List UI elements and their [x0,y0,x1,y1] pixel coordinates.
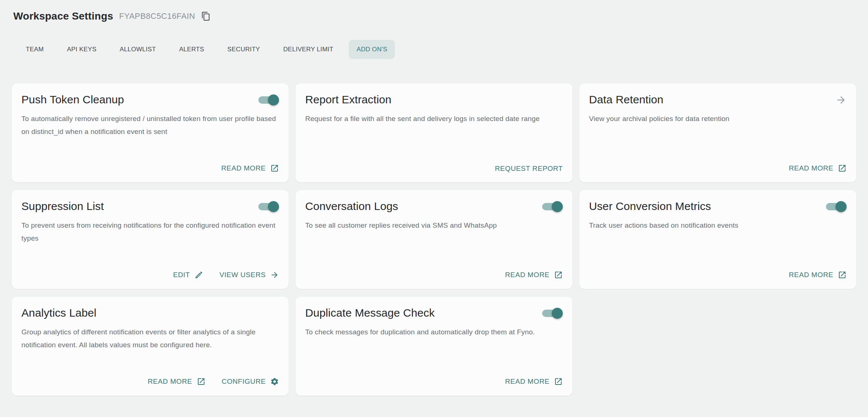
card-push-token-cleanup: Push Token CleanupTo automatically remov… [12,83,289,182]
edit-link[interactable]: EDIT [173,270,203,279]
user-conversion-metrics-toggle[interactable] [826,201,847,212]
suppression-list-toggle[interactable] [258,201,279,212]
card-title: Analytics Label [21,306,96,320]
tab-delivery-limit[interactable]: DELIVERY LIMIT [275,40,341,59]
card-footer: READ MORE [305,377,563,386]
tab-bar: TEAMAPI KEYSALLOWLISTALERTSSECURITYDELIV… [13,40,855,59]
action-label: CONFIGURE [222,378,266,386]
card-header: Analytics Label [21,306,279,320]
card-suppression-list: Suppression ListTo prevent users from re… [12,190,289,289]
card-header: Report Extraction [305,92,563,107]
card-header: Duplicate Message Check [305,306,563,320]
arrow-right-icon [270,270,279,279]
card-footer: EDITVIEW USERS [21,270,279,279]
read-more-link[interactable]: READ MORE [221,164,279,173]
external-link-icon [554,377,563,386]
toggle-thumb [268,201,279,212]
tab-label: DELIVERY LIMIT [283,46,333,53]
card-header: User Conversion Metrics [589,199,847,214]
action-label: EDIT [173,271,190,279]
toggle-thumb [552,201,563,212]
data-retention-open-button[interactable] [836,94,847,106]
toggle-thumb [268,94,279,106]
duplicate-message-check-toggle[interactable] [542,308,563,319]
conversation-logs-toggle[interactable] [542,201,563,212]
copy-workspace-id-button[interactable] [200,11,211,22]
push-token-cleanup-toggle[interactable] [258,94,279,106]
external-link-icon [270,164,279,173]
tab-add-on-s[interactable]: ADD ON'S [349,40,395,59]
request-report-link[interactable]: REQUEST REPORT [495,165,563,173]
card-footer: READ MORE [589,270,847,279]
external-link-icon [197,377,206,386]
tab-security[interactable]: SECURITY [220,40,268,59]
action-label: READ MORE [505,271,550,279]
external-link-icon [838,270,847,279]
card-title: Suppression List [21,199,104,214]
workspace-id: FYAPB8C5C16FAIN [119,11,195,21]
card-description: Track user actions based on notification… [589,219,847,232]
card-header: Data Retention [589,92,847,107]
tab-label: ALERTS [179,46,204,53]
tab-label: TEAM [26,46,44,53]
content-copy-icon [201,11,211,21]
action-label: READ MORE [505,378,550,386]
card-description: Request for a file with all the sent and… [305,112,563,125]
addons-grid: Push Token CleanupTo automatically remov… [0,83,868,396]
page-header: Workspace Settings FYAPB8C5C16FAIN TEAMA… [0,0,868,59]
tab-api-keys[interactable]: API KEYS [59,40,104,59]
view-users-link[interactable]: VIEW USERS [220,270,279,279]
read-more-link[interactable]: READ MORE [789,164,847,173]
action-label: READ MORE [221,164,266,172]
read-more-link[interactable]: READ MORE [505,270,563,279]
read-more-link[interactable]: READ MORE [505,377,563,386]
arrow-right-icon [836,94,847,106]
card-title: Report Extraction [305,92,391,107]
card-description: To check messages for duplication and au… [305,325,563,338]
page-title: Workspace Settings [13,10,113,23]
external-link-icon [554,270,563,279]
card-footer: READ MORE [305,270,563,279]
card-title: Data Retention [589,92,664,107]
action-label: VIEW USERS [220,271,266,279]
tab-label: API KEYS [67,46,96,53]
tab-label: SECURITY [227,46,260,53]
action-label: READ MORE [789,271,833,279]
card-header: Conversation Logs [305,199,563,214]
card-footer: READ MORE [21,164,279,173]
external-link-icon [838,164,847,173]
toggle-thumb [836,201,847,212]
title-row: Workspace Settings FYAPB8C5C16FAIN [13,10,855,23]
tab-label: ADD ON'S [356,46,387,53]
read-more-link[interactable]: READ MORE [789,270,847,279]
read-more-link[interactable]: READ MORE [148,377,205,386]
card-title: Push Token Cleanup [21,92,124,107]
action-label: REQUEST REPORT [495,165,563,173]
action-label: READ MORE [789,164,833,172]
card-analytics-label: Analytics LabelGroup analytics of differ… [12,297,289,396]
configure-link[interactable]: CONFIGURE [222,377,279,386]
tab-alerts[interactable]: ALERTS [171,40,212,59]
workspace-settings-page: Workspace Settings FYAPB8C5C16FAIN TEAMA… [0,0,868,396]
card-duplicate-message-check: Duplicate Message CheckTo check messages… [296,297,572,396]
card-footer: REQUEST REPORT [305,165,563,173]
card-header: Suppression List [21,199,279,214]
card-title: User Conversion Metrics [589,199,711,214]
card-title: Duplicate Message Check [305,306,435,320]
card-footer: READ MORE [589,164,847,173]
tab-allowlist[interactable]: ALLOWLIST [112,40,163,59]
card-data-retention: Data RetentionView your archival policie… [579,83,856,182]
card-description: To see all customer replies received via… [305,219,563,232]
tab-team[interactable]: TEAM [18,40,51,59]
card-user-conversion-metrics: User Conversion MetricsTrack user action… [579,190,856,289]
card-description: To prevent users from receiving notifica… [21,219,279,245]
card-header: Push Token Cleanup [21,92,279,107]
tab-label: ALLOWLIST [120,46,156,53]
card-description: Group analytics of different notificatio… [21,325,279,351]
card-report-extraction: Report ExtractionRequest for a file with… [296,83,572,182]
gear-icon [270,377,279,386]
card-conversation-logs: Conversation LogsTo see all customer rep… [296,190,572,289]
edit-icon [194,270,203,279]
card-description: To automatically remove unregistered / u… [21,112,279,138]
card-description: View your archival policies for data ret… [589,112,847,125]
